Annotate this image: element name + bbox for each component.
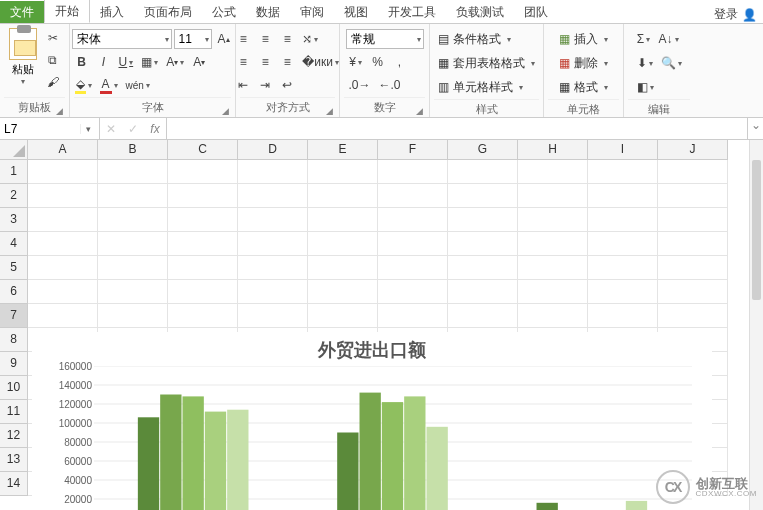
cell-H4[interactable] — [518, 232, 588, 256]
cell-B6[interactable] — [98, 280, 168, 304]
cell-C2[interactable] — [168, 184, 238, 208]
cell-J5[interactable] — [658, 256, 728, 280]
insert-cells-button[interactable]: ▦插入 — [555, 29, 612, 49]
font-size-combo[interactable]: 11 — [174, 29, 212, 49]
align-mid-button[interactable]: ≡ — [255, 29, 275, 49]
cell-C3[interactable] — [168, 208, 238, 232]
cell-J4[interactable] — [658, 232, 728, 256]
embedded-chart[interactable]: 外贸进出口额 -40000-20000020000400006000080000… — [32, 332, 712, 510]
phonetic-button[interactable]: wén — [123, 75, 153, 95]
col-header-F[interactable]: F — [378, 140, 448, 160]
fill-color-button[interactable]: ⬙ — [72, 75, 95, 95]
cell-C5[interactable] — [168, 256, 238, 280]
paste-button[interactable]: 粘贴 ▾ — [5, 26, 41, 86]
cell-E1[interactable] — [308, 160, 378, 184]
cell-I6[interactable] — [588, 280, 658, 304]
row-header-8[interactable]: 8 — [0, 328, 28, 352]
cell-G1[interactable] — [448, 160, 518, 184]
cell-style-button[interactable]: ▥单元格样式 — [434, 77, 527, 97]
cell-E2[interactable] — [308, 184, 378, 208]
cell-F6[interactable] — [378, 280, 448, 304]
row-header-12[interactable]: 12 — [0, 424, 28, 448]
number-format-combo[interactable]: 常规 — [346, 29, 424, 49]
sort-filter-button[interactable]: A↓ — [656, 29, 682, 49]
cell-D7[interactable] — [238, 304, 308, 328]
vertical-scrollbar[interactable] — [749, 140, 763, 510]
clipboard-dialog-launcher[interactable]: ◢ — [56, 106, 63, 116]
row-header-6[interactable]: 6 — [0, 280, 28, 304]
cut-button[interactable]: ✂ — [43, 28, 63, 48]
tab-团队[interactable]: 团队 — [514, 1, 558, 23]
cell-E5[interactable] — [308, 256, 378, 280]
cell-G6[interactable] — [448, 280, 518, 304]
tab-数据[interactable]: 数据 — [246, 1, 290, 23]
row-header-9[interactable]: 9 — [0, 352, 28, 376]
cell-F7[interactable] — [378, 304, 448, 328]
tab-审阅[interactable]: 审阅 — [290, 1, 334, 23]
tab-页面布局[interactable]: 页面布局 — [134, 1, 202, 23]
merge-button[interactable]: �ики — [299, 52, 342, 72]
font-color-button[interactable]: A — [97, 75, 121, 95]
delete-cells-button[interactable]: ▦删除 — [555, 53, 612, 73]
col-header-A[interactable]: A — [28, 140, 98, 160]
align-left-button[interactable]: ≡ — [233, 52, 253, 72]
tab-负载测试[interactable]: 负载测试 — [446, 1, 514, 23]
cell-B2[interactable] — [98, 184, 168, 208]
cell-H6[interactable] — [518, 280, 588, 304]
cell-J3[interactable] — [658, 208, 728, 232]
align-right-button[interactable]: ≡ — [277, 52, 297, 72]
row-header-3[interactable]: 3 — [0, 208, 28, 232]
cell-D2[interactable] — [238, 184, 308, 208]
orientation-button[interactable]: ⤭ — [299, 29, 321, 49]
row-header-10[interactable]: 10 — [0, 376, 28, 400]
indent-inc-button[interactable]: ⇥ — [255, 75, 275, 95]
fill-button[interactable]: ⬇ — [634, 53, 656, 73]
col-header-I[interactable]: I — [588, 140, 658, 160]
cell-E4[interactable] — [308, 232, 378, 256]
row-header-4[interactable]: 4 — [0, 232, 28, 256]
cell-G7[interactable] — [448, 304, 518, 328]
col-header-J[interactable]: J — [658, 140, 728, 160]
bold-button[interactable]: B — [72, 52, 92, 72]
row-header-11[interactable]: 11 — [0, 400, 28, 424]
align-dialog-launcher[interactable]: ◢ — [326, 106, 333, 116]
tab-公式[interactable]: 公式 — [202, 1, 246, 23]
cell-A5[interactable] — [28, 256, 98, 280]
cell-H2[interactable] — [518, 184, 588, 208]
cell-C1[interactable] — [168, 160, 238, 184]
col-header-B[interactable]: B — [98, 140, 168, 160]
cell-E7[interactable] — [308, 304, 378, 328]
enter-formula-button[interactable]: ✓ — [122, 122, 144, 136]
font-dialog-launcher[interactable]: ◢ — [222, 106, 229, 116]
percent-button[interactable]: % — [368, 52, 388, 72]
comma-button[interactable]: , — [390, 52, 410, 72]
clear-button[interactable]: ◧ — [634, 77, 657, 97]
italic-button[interactable]: I — [94, 52, 114, 72]
cell-H3[interactable] — [518, 208, 588, 232]
cell-A4[interactable] — [28, 232, 98, 256]
cell-F3[interactable] — [378, 208, 448, 232]
cell-A3[interactable] — [28, 208, 98, 232]
row-header-5[interactable]: 5 — [0, 256, 28, 280]
autosum-button[interactable]: Σ — [634, 29, 654, 49]
cell-A1[interactable] — [28, 160, 98, 184]
col-header-G[interactable]: G — [448, 140, 518, 160]
cell-D3[interactable] — [238, 208, 308, 232]
cell-G3[interactable] — [448, 208, 518, 232]
cell-G2[interactable] — [448, 184, 518, 208]
tab-file[interactable]: 文件 — [0, 1, 44, 23]
cell-B5[interactable] — [98, 256, 168, 280]
name-box-dropdown[interactable]: ▾ — [80, 124, 96, 134]
cell-D1[interactable] — [238, 160, 308, 184]
cell-D6[interactable] — [238, 280, 308, 304]
col-header-H[interactable]: H — [518, 140, 588, 160]
cell-D4[interactable] — [238, 232, 308, 256]
cell-J1[interactable] — [658, 160, 728, 184]
row-header-14[interactable]: 14 — [0, 472, 28, 496]
cell-J6[interactable] — [658, 280, 728, 304]
cell-A6[interactable] — [28, 280, 98, 304]
select-all-triangle[interactable] — [0, 140, 28, 160]
dec-decimal-button[interactable]: ←.0 — [376, 75, 404, 95]
font-increase-a[interactable]: A▾ — [163, 52, 187, 72]
cell-C7[interactable] — [168, 304, 238, 328]
